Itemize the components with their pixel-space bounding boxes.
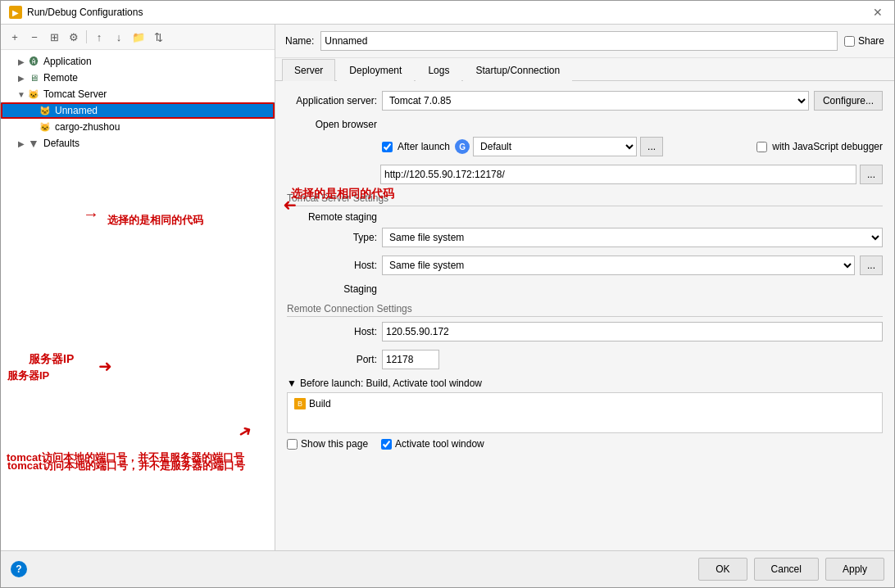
- main-content: + − ⊞ ⚙ ↑ ↓ 📁 ⇅ ▶ 🅐 Application ▶: [1, 25, 894, 550]
- remove-config-button[interactable]: −: [25, 28, 43, 46]
- before-launch-build-item: B Build: [291, 396, 879, 411]
- settings-config-button[interactable]: ⚙: [65, 28, 83, 46]
- before-launch-list: B Build: [287, 392, 883, 433]
- server-form-area: Application server: Tomcat 7.0.85 Config…: [275, 81, 894, 550]
- tree-item-tomcat[interactable]: ▼ 🐱 Tomcat Server: [1, 86, 275, 102]
- remote-host-input[interactable]: [382, 322, 883, 341]
- footer-left: ?: [11, 561, 692, 577]
- remote-host-row: Host:: [287, 322, 883, 341]
- before-launch-section: ▼ Before launch: Build, Activate tool wi…: [287, 378, 883, 433]
- unnamed-tomcat-icon: 🐱: [39, 104, 52, 117]
- type-label: Type:: [287, 232, 377, 243]
- tree-toggle-defaults: ▶: [16, 139, 27, 148]
- tree-item-remote[interactable]: ▶ 🖥 Remote: [1, 70, 275, 86]
- move-up-button[interactable]: ↑: [90, 28, 108, 46]
- staging-label: Staging: [287, 283, 377, 295]
- js-debugger-checkbox[interactable]: [756, 142, 767, 152]
- cancel-button[interactable]: Cancel: [754, 558, 819, 581]
- tree-toggle-application: ▶: [16, 57, 27, 66]
- show-page-area: Show this page: [287, 438, 368, 450]
- open-browser-label: Open browser: [287, 119, 377, 130]
- after-launch-checkbox[interactable]: [382, 142, 393, 152]
- tree-toggle-tomcat: ▼: [16, 90, 27, 99]
- tree-toggle-remote: ▶: [16, 74, 27, 83]
- dialog-icon: ▶: [9, 6, 22, 19]
- cargo-icon: 🐱: [39, 120, 52, 133]
- move-down-button[interactable]: ↓: [110, 28, 128, 46]
- sort-button[interactable]: ⇅: [149, 28, 167, 46]
- activate-window-label: Activate tool window: [395, 438, 484, 450]
- share-area: Share: [844, 35, 884, 47]
- help-button[interactable]: ?: [11, 561, 27, 577]
- show-page-checkbox[interactable]: [287, 439, 298, 450]
- remote-staging-label: Remote staging: [287, 211, 377, 223]
- url-input[interactable]: [380, 165, 856, 184]
- title-bar: ▶ Run/Debug Configurations ✕: [1, 1, 894, 25]
- type-row: Type: Same file system: [287, 228, 883, 247]
- toolbar-separator: [86, 30, 87, 43]
- host-staging-more-btn[interactable]: ...: [860, 256, 883, 275]
- build-icon: B: [294, 398, 306, 409]
- remote-port-input[interactable]: [382, 350, 439, 369]
- browser-more-btn[interactable]: ...: [640, 137, 663, 156]
- js-debugger-label: with JavaScript debugger: [772, 141, 883, 152]
- remote-staging-row: Remote staging: [287, 211, 883, 223]
- tree-label-cargo: cargo-zhushou: [55, 121, 120, 133]
- left-panel: + − ⊞ ⚙ ↑ ↓ 📁 ⇅ ▶ 🅐 Application ▶: [1, 25, 275, 550]
- before-launch-toggle: ▼: [287, 378, 297, 389]
- open-browser-section: Open browser After launch G Default ...: [287, 119, 883, 184]
- app-server-row: Application server: Tomcat 7.0.85 Config…: [287, 91, 883, 111]
- tree-item-defaults[interactable]: ▶ ▼ Defaults: [1, 135, 275, 152]
- share-checkbox[interactable]: [844, 36, 855, 47]
- activate-window-checkbox[interactable]: [381, 439, 392, 450]
- title-bar-left: ▶ Run/Debug Configurations: [9, 6, 143, 19]
- tree-label-unnamed: Unnamed: [55, 105, 98, 116]
- activate-window-area: Activate tool window: [381, 438, 484, 450]
- host-staging-select[interactable]: Same file system: [382, 256, 855, 275]
- folder-button[interactable]: 📁: [129, 28, 148, 46]
- add-config-button[interactable]: +: [6, 28, 24, 46]
- application-icon: 🅐: [27, 55, 40, 68]
- host-staging-row: Host: Same file system ...: [287, 256, 883, 275]
- tree-item-cargo[interactable]: 🐱 cargo-zhushou: [1, 119, 275, 135]
- close-button[interactable]: ✕: [870, 6, 886, 19]
- build-label: Build: [309, 398, 331, 409]
- before-launch-label: Before launch: Build, Activate tool wind…: [300, 378, 482, 389]
- tab-server[interactable]: Server: [282, 59, 335, 81]
- configure-button[interactable]: Configure...: [814, 91, 883, 111]
- defaults-icon: ▼: [27, 137, 40, 150]
- tree-item-unnamed-container: 🐱 Unnamed: [1, 102, 275, 119]
- bottom-checkboxes: Show this page Activate tool window: [287, 438, 883, 450]
- share-label: Share: [858, 35, 884, 47]
- url-row: ...: [287, 165, 883, 184]
- browser-select[interactable]: Default: [473, 137, 637, 156]
- tree-label-defaults: Defaults: [43, 138, 80, 149]
- host-staging-label: Host:: [287, 260, 377, 271]
- tree-item-unnamed[interactable]: 🐱 Unnamed: [1, 102, 275, 119]
- chrome-icon: G: [455, 139, 470, 154]
- remote-host-label: Host:: [287, 326, 377, 337]
- before-launch-header[interactable]: ▼ Before launch: Build, Activate tool wi…: [287, 378, 883, 389]
- apply-button[interactable]: Apply: [825, 558, 884, 581]
- tab-logs[interactable]: Logs: [416, 59, 461, 81]
- type-select[interactable]: Same file system: [382, 228, 883, 247]
- url-more-btn[interactable]: ...: [860, 165, 883, 184]
- app-server-label: Application server:: [287, 95, 377, 106]
- app-server-select[interactable]: Tomcat 7.0.85: [382, 91, 809, 111]
- left-toolbar: + − ⊞ ⚙ ↑ ↓ 📁 ⇅: [1, 25, 275, 50]
- name-row: Name: Share: [275, 25, 894, 58]
- after-launch-row: After launch G Default ... with JavaScri…: [287, 137, 883, 156]
- dialog-title: Run/Debug Configurations: [27, 7, 143, 18]
- remote-conn-title: Remote Connection Settings: [287, 303, 883, 317]
- name-input[interactable]: [320, 31, 838, 51]
- dialog-footer: ? OK Cancel Apply: [1, 550, 894, 587]
- show-page-label: Show this page: [301, 438, 368, 450]
- ok-button[interactable]: OK: [698, 558, 747, 581]
- config-tree: ▶ 🅐 Application ▶ 🖥 Remote ▼ 🐱 Tomcat Se…: [1, 50, 275, 550]
- tab-startup[interactable]: Startup/Connection: [463, 59, 572, 81]
- tab-deployment[interactable]: Deployment: [337, 59, 414, 81]
- remote-conn-section: Remote Connection Settings Host: Port:: [287, 303, 883, 369]
- tree-item-application[interactable]: ▶ 🅐 Application: [1, 53, 275, 70]
- copy-config-button[interactable]: ⊞: [45, 28, 63, 46]
- tabs-bar: Server Deployment Logs Startup/Connectio…: [275, 58, 894, 81]
